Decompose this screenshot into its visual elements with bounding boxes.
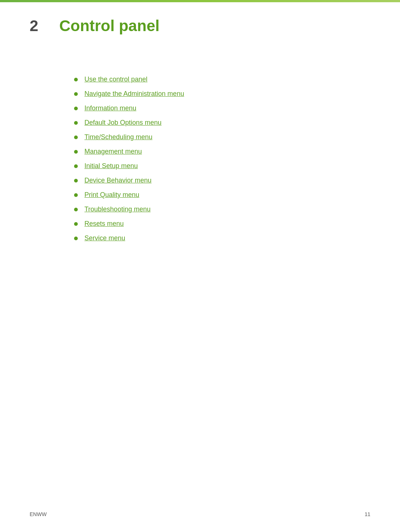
toc-list: Use the control panelNavigate the Admini… [74,76,370,242]
list-item: Default Job Options menu [74,119,370,127]
toc-link-service-menu[interactable]: Service menu [84,234,125,242]
bullet-icon [74,208,78,211]
toc-link-print-quality-menu[interactable]: Print Quality menu [84,191,139,199]
list-item: Troubleshooting menu [74,205,370,213]
bullet-icon [74,237,78,240]
toc-link-information-menu[interactable]: Information menu [84,104,136,112]
bullet-icon [74,78,78,81]
list-item: Management menu [74,148,370,155]
list-item: Time/Scheduling menu [74,133,370,141]
toc-link-use-control-panel[interactable]: Use the control panel [84,76,147,83]
list-item: Use the control panel [74,76,370,83]
toc-link-time-scheduling-menu[interactable]: Time/Scheduling menu [84,133,152,141]
toc-link-navigate-admin-menu[interactable]: Navigate the Administration menu [84,90,184,98]
bullet-icon [74,179,78,183]
toc-link-initial-setup-menu[interactable]: Initial Setup menu [84,162,138,170]
bullet-icon [74,150,78,154]
toc-link-default-job-options-menu[interactable]: Default Job Options menu [84,119,161,127]
list-item: Print Quality menu [74,191,370,199]
toc-link-resets-menu[interactable]: Resets menu [84,220,124,228]
toc-link-troubleshooting-menu[interactable]: Troubleshooting menu [84,205,150,213]
list-item: Initial Setup menu [74,162,370,170]
bullet-icon [74,121,78,125]
bullet-icon [74,135,78,139]
footer-left: ENWW [30,511,47,517]
list-item: Service menu [74,234,370,242]
list-item: Navigate the Administration menu [74,90,370,98]
bullet-icon [74,164,78,168]
chapter-header: 2 Control panel [30,17,370,39]
footer-right: 11 [364,511,370,517]
list-item: Resets menu [74,220,370,228]
bullet-icon [74,92,78,96]
bullet-icon [74,107,78,110]
bullet-icon [74,193,78,197]
chapter-title: Control panel [59,17,160,35]
bullet-icon [74,222,78,226]
toc-link-management-menu[interactable]: Management menu [84,148,142,155]
toc-link-device-behavior-menu[interactable]: Device Behavior menu [84,177,151,184]
list-item: Information menu [74,104,370,112]
list-item: Device Behavior menu [74,177,370,184]
footer: ENWW 11 [30,511,370,517]
chapter-number: 2 [30,17,48,35]
